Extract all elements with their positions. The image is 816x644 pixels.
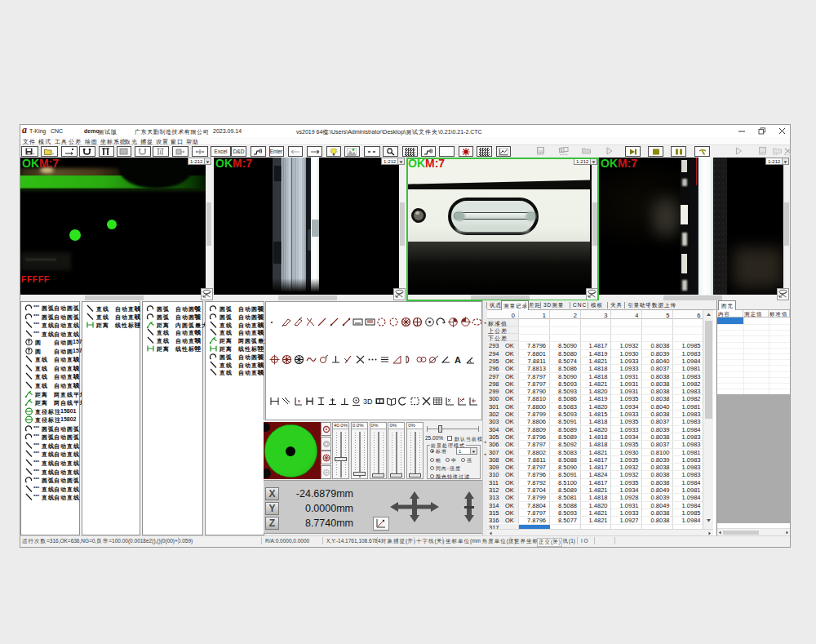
svg-text:3D: 3D [363, 398, 373, 406]
svg-text:A: A [455, 355, 461, 365]
